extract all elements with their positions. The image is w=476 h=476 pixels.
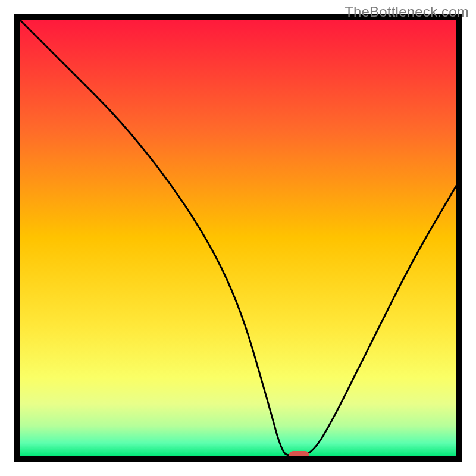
- watermark-text: TheBottleneck.com: [345, 4, 469, 20]
- bottleneck-chart: [0, 0, 476, 476]
- chart-container: TheBottleneck.com: [0, 0, 476, 476]
